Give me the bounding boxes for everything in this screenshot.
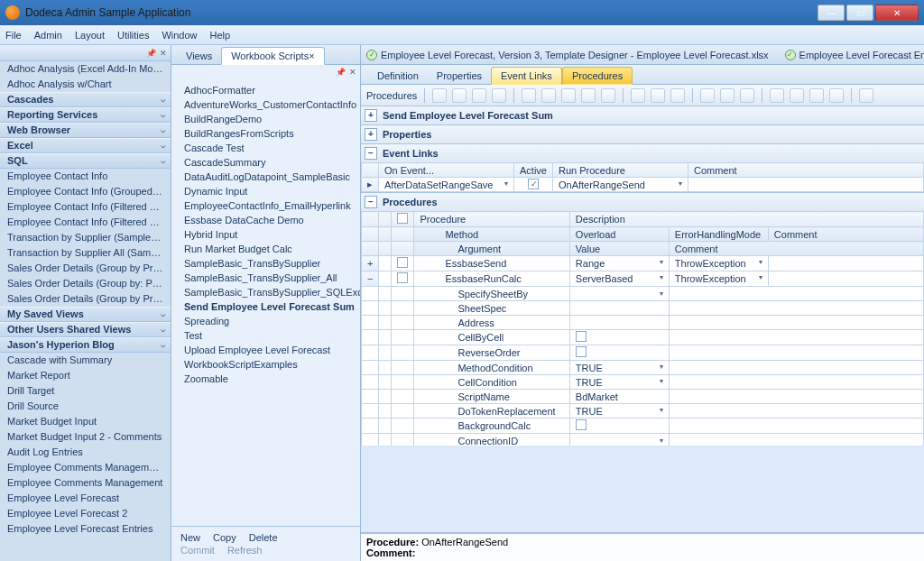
tool-icon[interactable] xyxy=(700,88,715,103)
script-item[interactable]: SampleBasic_TransBySupplier xyxy=(171,256,360,271)
proc-comment[interactable] xyxy=(768,256,923,271)
action-commit[interactable]: Commit xyxy=(180,545,215,556)
doc-tab[interactable]: ✓Employee Level Forecast Entries xyxy=(785,50,924,60)
arg-value[interactable] xyxy=(569,316,669,330)
close-icon[interactable]: ✕ xyxy=(160,49,167,58)
nav-item[interactable]: Adhoc Analysis (Excel Add-In Mode) xyxy=(0,61,171,77)
nav-category[interactable]: Cascades⌵ xyxy=(0,92,171,107)
arg-comment[interactable] xyxy=(669,390,923,404)
arg-comment[interactable] xyxy=(669,301,923,316)
proc-overload[interactable]: Range▾ xyxy=(569,256,669,271)
arg-comment[interactable] xyxy=(669,361,923,375)
action-delete[interactable]: Delete xyxy=(249,532,278,543)
menu-file[interactable]: File xyxy=(5,30,22,41)
nav-item[interactable]: Drill Target xyxy=(0,383,171,399)
arg-value[interactable]: TRUE▾ xyxy=(569,404,669,418)
tool-icon[interactable] xyxy=(651,88,665,103)
script-item[interactable]: SampleBasic_TransBySupplier_SQLExcel xyxy=(171,285,360,299)
subtab-properties[interactable]: Properties xyxy=(428,68,491,84)
script-item[interactable]: Upload Employee Level Forecast xyxy=(171,343,360,357)
script-list[interactable]: AdhocFormatterAdventureWorks_CustomerCon… xyxy=(171,79,360,526)
tool-icon[interactable] xyxy=(670,88,685,103)
arg-comment[interactable] xyxy=(669,434,923,446)
expand-button[interactable]: + xyxy=(365,128,377,141)
arg-comment[interactable] xyxy=(669,404,923,418)
arg-comment[interactable] xyxy=(669,287,923,301)
subtab-procedures[interactable]: Procedures xyxy=(562,67,633,85)
proc-comment[interactable] xyxy=(768,271,923,287)
tool-icon[interactable] xyxy=(432,88,447,103)
menu-layout[interactable]: Layout xyxy=(75,30,105,41)
nav-item[interactable]: Market Budget Input 2 - Comments xyxy=(0,429,171,445)
proc-method[interactable]: EssbaseSend xyxy=(414,256,569,271)
tool-icon[interactable] xyxy=(770,88,784,103)
tool-icon[interactable] xyxy=(492,88,506,103)
event-run[interactable]: OnAfterRangeSend▾ xyxy=(552,178,688,192)
event-links-grid[interactable]: On Event...ActiveRun ProcedureComment ▸ … xyxy=(361,162,924,192)
pin-icon[interactable]: 📌 xyxy=(146,49,156,58)
script-item[interactable]: Essbase DataCache Demo xyxy=(171,213,360,227)
arg-comment[interactable] xyxy=(669,375,923,390)
nav-category[interactable]: Web Browser⌵ xyxy=(0,123,171,138)
arg-comment[interactable] xyxy=(669,345,923,361)
script-item[interactable]: Zoomable xyxy=(171,372,360,386)
script-item[interactable]: Send Employee Level Forecast Sum xyxy=(171,299,360,314)
nav-category[interactable]: Reporting Services⌵ xyxy=(0,107,171,123)
nav-category[interactable]: Other Users Shared Views⌵ xyxy=(0,322,171,337)
tool-icon[interactable] xyxy=(809,88,824,103)
nav-item[interactable]: Transaction by Supplier (Sample Basic) xyxy=(0,230,171,245)
tab-views[interactable]: Views xyxy=(177,48,221,64)
tool-icon[interactable] xyxy=(631,88,645,103)
close-icon[interactable]: ✕ xyxy=(349,68,356,77)
script-item[interactable]: WorkbookScriptExamples xyxy=(171,357,360,372)
tool-icon[interactable] xyxy=(581,88,596,103)
proc-method[interactable]: EssbaseRunCalc xyxy=(414,271,569,287)
arg-comment[interactable] xyxy=(669,316,923,330)
maximize-button[interactable]: ▭ xyxy=(846,5,873,21)
proc-ehm[interactable]: ThrowException▾ xyxy=(669,271,768,287)
proc-overload[interactable]: ServerBased▾ xyxy=(569,271,669,287)
nav-item[interactable]: Transaction by Supplier All (Sample B... xyxy=(0,245,171,261)
arg-value[interactable] xyxy=(569,345,669,361)
tool-icon[interactable] xyxy=(541,88,556,103)
tool-icon[interactable] xyxy=(790,88,804,103)
tool-icon[interactable] xyxy=(720,88,735,103)
collapse-button[interactable]: − xyxy=(365,196,377,208)
nav-item[interactable]: Employee Contact Info (Grouped by: J... xyxy=(0,184,171,199)
arg-value[interactable] xyxy=(569,330,669,345)
nav-item[interactable]: Audit Log Entries xyxy=(0,445,171,460)
script-item[interactable]: Hybrid Input xyxy=(171,227,360,242)
tool-icon[interactable] xyxy=(452,88,467,103)
script-item[interactable]: AdventureWorks_CustomerContactInfo xyxy=(171,97,360,112)
subtab-definition[interactable]: Definition xyxy=(368,68,428,84)
nav-item[interactable]: Adhoc Analysis w/Chart xyxy=(0,77,171,92)
arg-value[interactable] xyxy=(569,301,669,316)
nav-item[interactable]: Employee Level Forecast Entries xyxy=(0,521,171,537)
nav-item[interactable]: Employee Level Forecast xyxy=(0,491,171,506)
event-on[interactable]: AfterDataSetRangeSave▾ xyxy=(379,178,514,192)
arg-value[interactable]: TRUE▾ xyxy=(569,375,669,390)
script-item[interactable]: DataAuditLogDatapoint_SampleBasic xyxy=(171,170,360,184)
nav-category[interactable]: My Saved Views⌵ xyxy=(0,307,171,322)
script-item[interactable]: CascadeSummary xyxy=(171,155,360,170)
procedures-grid[interactable]: ProcedureDescription MethodOverloadError… xyxy=(361,211,924,446)
tool-icon[interactable] xyxy=(472,88,486,103)
script-item[interactable]: Cascade Test xyxy=(171,141,360,155)
nav-item[interactable]: Employee Contact Info (Filtered by: La..… xyxy=(0,215,171,230)
arg-value[interactable]: ▾ xyxy=(569,287,669,301)
tool-icon[interactable] xyxy=(522,88,536,103)
tool-icon[interactable] xyxy=(740,88,754,103)
nav-item[interactable]: Sales Order Details (Group by: Produ... xyxy=(0,276,171,291)
nav-category[interactable]: Excel⌵ xyxy=(0,138,171,153)
nav-item[interactable]: Sales Order Details (Group by Produc... xyxy=(0,291,171,307)
close-button[interactable]: ✕ xyxy=(875,5,919,21)
action-copy[interactable]: Copy xyxy=(213,532,236,543)
proc-ehm[interactable]: ThrowException▾ xyxy=(669,256,768,271)
script-item[interactable]: BuildRangesFromScripts xyxy=(171,126,360,141)
arg-comment[interactable] xyxy=(669,330,923,345)
menu-admin[interactable]: Admin xyxy=(34,30,62,41)
nav-item[interactable]: Market Report xyxy=(0,368,171,383)
row-expander[interactable]: + xyxy=(362,256,379,271)
nav-item[interactable]: Employee Level Forecast 2 xyxy=(0,506,171,521)
arg-value[interactable]: ▾ xyxy=(569,434,669,446)
